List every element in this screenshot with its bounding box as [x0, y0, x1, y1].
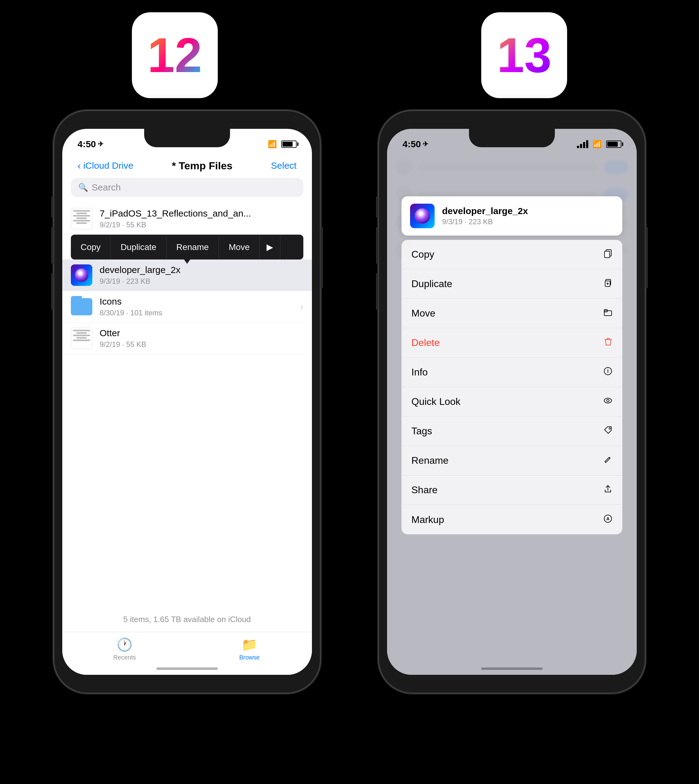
- back-button-left[interactable]: ‹ iCloud Drive: [78, 160, 133, 171]
- svg-point-12: [609, 428, 611, 429]
- volume-up-button: [51, 227, 54, 264]
- ctx13-share[interactable]: Share: [401, 476, 622, 505]
- file-name-2: Icons: [100, 296, 300, 307]
- power-button: [321, 227, 323, 288]
- file-item-2[interactable]: Icons 8/30/19 · 101 items ›: [62, 291, 312, 323]
- wifi-icon-left: 📶: [268, 140, 277, 148]
- file-meta-1: 9/3/19 · 223 KB: [100, 277, 303, 285]
- ctx13-info[interactable]: Info i: [401, 358, 622, 387]
- status-icons-left: 📶: [268, 140, 296, 148]
- ctx-more-btn[interactable]: ▶: [260, 235, 280, 260]
- file-info-1: developer_large_2x 9/3/19 · 223 KB: [100, 265, 303, 285]
- ctx13-tags-label: Tags: [411, 426, 432, 437]
- file-info-0: 7_iPadOS_13_Reflections_and_an... 9/2/19…: [100, 208, 303, 229]
- location-icon-left: ✈: [98, 140, 103, 148]
- file-info-2: Icons 8/30/19 · 101 items: [100, 296, 300, 317]
- mute-button-right: [376, 196, 378, 218]
- time-left: 4:50 ✈: [78, 139, 103, 149]
- ctx-move-btn[interactable]: Move: [219, 235, 260, 260]
- svg-text:i: i: [607, 368, 608, 374]
- ctx13-delete-label: Delete: [411, 337, 440, 348]
- signal-icon-right: [577, 140, 588, 148]
- phones-row: 4:50 ✈ 📶 ‹ iClo: [0, 110, 699, 784]
- ctx13-quicklook[interactable]: Quick Look: [401, 387, 622, 416]
- ctx13-rename[interactable]: Rename: [401, 446, 622, 476]
- search-container-left: 🔍 Search: [62, 178, 312, 203]
- ctx13-duplicate-label: Duplicate: [411, 278, 452, 290]
- ctx13-tags-icon: [603, 426, 613, 437]
- ctx13-move[interactable]: Move: [401, 299, 622, 328]
- file-item-3[interactable]: Otter 9/2/19 · 55 KB: [62, 323, 312, 354]
- battery-right: [606, 141, 621, 148]
- file-thumb-1: [71, 264, 92, 286]
- wifi-icon-right: 📶: [593, 140, 602, 148]
- file-name-3: Otter: [100, 328, 303, 338]
- file-item-0[interactable]: 7_iPadOS_13_Reflections_and_an... 9/2/19…: [62, 203, 312, 235]
- ctx13-tags[interactable]: Tags: [401, 416, 622, 446]
- recents-icon: 🕐: [116, 637, 133, 652]
- notch-left: [144, 129, 230, 147]
- browse-label: Browse: [239, 654, 260, 661]
- svg-text:A: A: [606, 516, 610, 521]
- context13-overlay: developer_large_2x 9/3/19 · 223 KB Copy: [387, 129, 637, 675]
- iphone-right-frame: 4:50 ✈ 📶: [378, 110, 645, 693]
- ios13-logo: 13: [481, 12, 567, 98]
- ios12-logo-text: 12: [147, 31, 202, 80]
- home-indicator-right: [481, 668, 543, 670]
- ctx13-copy[interactable]: Copy: [401, 240, 622, 269]
- search-placeholder-left: Search: [92, 182, 121, 192]
- ctx13-info-label: Info: [411, 366, 427, 378]
- back-label-left: iCloud Drive: [83, 161, 133, 171]
- folder-icon-2: [71, 298, 92, 315]
- file-meta-2: 8/30/19 · 101 items: [100, 308, 300, 317]
- bottom-status-left: 5 items, 1.65 TB available on iCloud: [62, 605, 312, 630]
- file-thumb-3: [71, 328, 92, 349]
- nav-bar-left: ‹ iCloud Drive * Temp Files Select: [62, 153, 312, 178]
- svg-rect-6: [604, 311, 611, 316]
- tab-browse[interactable]: 📁 Browse: [187, 637, 312, 661]
- mute-button: [51, 196, 54, 218]
- time-right: 4:50 ✈: [403, 139, 428, 149]
- ctx-copy-btn[interactable]: Copy: [71, 235, 111, 260]
- volume-down-button: [51, 273, 54, 310]
- svg-point-10: [604, 398, 611, 403]
- ctx13-share-label: Share: [411, 484, 437, 496]
- context-menu-ios12: Copy Duplicate Rename Move ▶: [71, 235, 303, 260]
- context-menu-ios13: Copy Duplicate: [401, 240, 622, 534]
- file-preview-icon-inner: [415, 208, 430, 224]
- ios12-logo: 12: [132, 12, 218, 98]
- home-indicator-left: [156, 668, 218, 670]
- siri-icon-1: [71, 264, 92, 286]
- battery-fill-left: [283, 142, 293, 147]
- file-preview-info: developer_large_2x 9/3/19 · 223 KB: [442, 206, 614, 226]
- file-preview-card: developer_large_2x 9/3/19 · 223 KB: [401, 196, 622, 235]
- file-meta-0: 9/2/19 · 55 KB: [100, 220, 303, 229]
- tab-recents[interactable]: 🕐 Recents: [62, 637, 187, 661]
- ctx-rename-btn[interactable]: Rename: [167, 235, 219, 260]
- power-button-right: [645, 227, 648, 288]
- ctx13-info-icon: i: [603, 366, 613, 378]
- svg-point-11: [607, 399, 609, 402]
- select-button-left[interactable]: Select: [271, 161, 296, 171]
- ctx13-share-icon: [603, 484, 613, 496]
- ctx-duplicate-btn[interactable]: Duplicate: [111, 235, 167, 260]
- chevron-icon-2: ›: [300, 302, 303, 312]
- ctx13-rename-label: Rename: [411, 455, 449, 466]
- file-item-1[interactable]: developer_large_2x 9/3/19 · 223 KB: [62, 260, 312, 291]
- file-preview-icon: [410, 204, 435, 228]
- file-preview-meta: 9/3/19 · 223 KB: [442, 217, 614, 226]
- location-icon-right: ✈: [422, 140, 428, 148]
- file-thumb-2: [71, 296, 92, 317]
- file-thumb-0: [71, 208, 92, 229]
- ios13-logo-text: 13: [497, 31, 552, 80]
- ctx13-delete[interactable]: Delete: [401, 328, 622, 358]
- ctx13-markup[interactable]: Markup A: [401, 505, 622, 534]
- ctx13-copy-icon: [603, 249, 613, 260]
- nav-title-left: * Temp Files: [172, 160, 232, 172]
- file-preview-name: developer_large_2x: [442, 206, 614, 216]
- search-bar-left[interactable]: 🔍 Search: [71, 178, 303, 197]
- ctx13-duplicate[interactable]: Duplicate: [401, 269, 622, 299]
- ctx-arrow: [184, 260, 190, 264]
- volume-down-button-right: [376, 273, 378, 310]
- ctx13-markup-label: Markup: [411, 514, 444, 525]
